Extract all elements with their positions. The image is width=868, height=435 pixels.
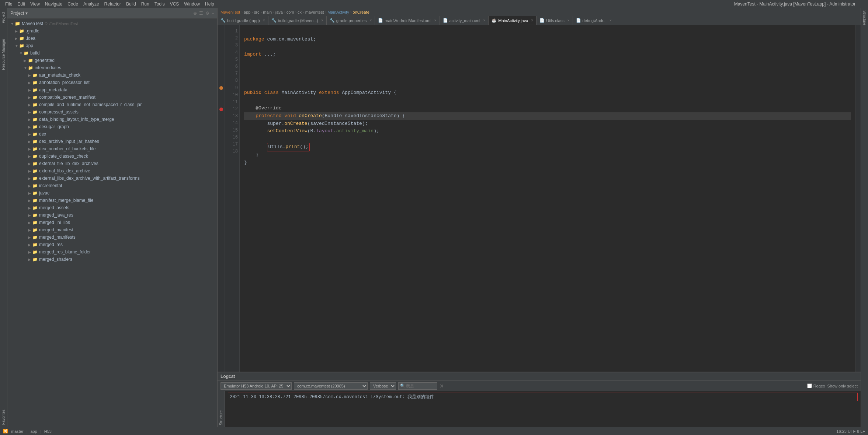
- sync-icon[interactable]: ⊕: [193, 11, 197, 16]
- logcat-search-input[interactable]: [406, 384, 435, 388]
- tree-item-merged-manifest[interactable]: ▶ 📁 merged_manifest: [7, 226, 217, 234]
- tree-item-ext-libs[interactable]: ▶ 📁 external_libs_dex_archive: [7, 167, 217, 175]
- tree-item-merged-res[interactable]: ▶ 📁 merged_res: [7, 241, 217, 248]
- breadcrumb-com[interactable]: com: [287, 10, 294, 14]
- code-content[interactable]: package com.cx.maventest; import ...; pu…: [240, 25, 855, 372]
- branch-name: master: [11, 429, 24, 434]
- git-icon: 🔀: [3, 429, 8, 434]
- tree-item-dex-number[interactable]: ▶ 📁 dex_number_of_buckets_file: [7, 145, 217, 152]
- project-panel: Project ▾ ⊕ ☰ ⚙ − ▼ 📁 MavenTest D:\Test\…: [7, 8, 218, 427]
- logcat-clear-button[interactable]: ✕: [440, 383, 444, 389]
- breadcrumb-app[interactable]: app: [244, 10, 250, 14]
- window-title: MavenTest - MainActivity.java [MavenTest…: [732, 1, 858, 7]
- settings-icon[interactable]: ⚙: [205, 11, 209, 16]
- breadcrumb-mainactivity[interactable]: MainActivity: [327, 10, 349, 14]
- menu-vcs[interactable]: VCS: [168, 1, 181, 7]
- menu-code[interactable]: Code: [65, 1, 80, 7]
- code-editor: 1 2 3 4 5 6 7 8 9 10 11 12 13 14 15 16 1: [218, 25, 861, 372]
- project-tab[interactable]: Project: [1, 10, 6, 25]
- tree-item-manifest-blame[interactable]: ▶ 📁 manifest_merge_blame_file: [7, 197, 217, 204]
- breadcrumb-cx[interactable]: cx: [298, 10, 302, 14]
- editor-gutter: [218, 25, 225, 372]
- tree-item-merged-jni[interactable]: ▶ 📁 merged_jni_libs: [7, 219, 217, 226]
- tree-item-generated[interactable]: ▶ 📁 generated: [7, 57, 217, 64]
- tree-item-dex-archive[interactable]: ▶ 📁 dex_archive_input_jar_hashes: [7, 138, 217, 145]
- tree-item-javac[interactable]: ▶ 📁 javac: [7, 189, 217, 197]
- menu-refactor[interactable]: Refactor: [102, 1, 123, 7]
- tree-item-ext-libs-transforms[interactable]: ▶ 📁 external_libs_dex_archive_with_artif…: [7, 175, 217, 182]
- tab-activity-main-xml[interactable]: 📄activity_main.xml×: [440, 16, 489, 25]
- show-only-select-container: Show only select: [827, 384, 858, 388]
- line-numbers: 1 2 3 4 5 6 7 8 9 10 11 12 13 14 15 16 1: [225, 25, 240, 372]
- tree-item-gradle[interactable]: ▶ 📁 .gradle: [7, 27, 217, 35]
- tab-bar: 🔧build.gradle (:app)× 🔧build.gradle (Mav…: [218, 16, 861, 25]
- breadcrumb-main[interactable]: main: [263, 10, 272, 14]
- structure-right-tab[interactable]: Structure: [862, 8, 867, 28]
- tree-item-app-meta[interactable]: ▶ 📁 app_metadata: [7, 86, 217, 94]
- breadcrumb-bar: MavenTest › app › src › main › java › co…: [218, 8, 861, 16]
- breadcrumb-maventest[interactable]: MavenTest: [221, 10, 240, 14]
- tab-build-gradle-app[interactable]: 🔧build.gradle (:app)×: [218, 16, 268, 25]
- menu-navigate[interactable]: Navigate: [43, 1, 65, 7]
- tree-item-merged-java[interactable]: ▶ 📁 merged_java_res: [7, 211, 217, 219]
- tree-item-annotation[interactable]: ▶ 📁 annotation_processor_list: [7, 79, 217, 86]
- tree-item-merged-res-blame[interactable]: ▶ 📁 merged_res_blame_folder: [7, 248, 217, 256]
- tree-item-compressed[interactable]: ▶ 📁 compressed_assets: [7, 108, 217, 116]
- menu-edit[interactable]: Edit: [15, 1, 27, 7]
- menu-tools[interactable]: Tools: [152, 1, 167, 7]
- tree-item-merged-shaders[interactable]: ▶ 📁 merged_shaders: [7, 256, 217, 263]
- breadcrumb-maventest2[interactable]: maventest: [305, 10, 324, 14]
- tree-root[interactable]: ▼ 📁 MavenTest D:\Test\MavenTest: [7, 20, 217, 27]
- tree-item-intermediates[interactable]: ▼ 📁 intermediates: [7, 64, 217, 71]
- tree-item-merged-assets[interactable]: ▶ 📁 merged_assets: [7, 204, 217, 211]
- logcat-package-select[interactable]: com.cx.maventest (20985): [294, 382, 368, 390]
- menu-help[interactable]: Help: [203, 1, 216, 7]
- minimize-icon[interactable]: −: [212, 11, 214, 16]
- search-icon: 🔍: [400, 383, 405, 388]
- menu-window[interactable]: Window: [182, 1, 202, 7]
- right-sidebar: Structure: [861, 8, 868, 427]
- favorites-tab[interactable]: Favorites: [1, 407, 6, 427]
- regex-checkbox[interactable]: [807, 383, 812, 388]
- breadcrumb-src[interactable]: src: [254, 10, 260, 14]
- tree-item-ext-file[interactable]: ▶ 📁 external_file_lib_dex_archives: [7, 160, 217, 167]
- menu-build[interactable]: Build: [124, 1, 138, 7]
- tab-gradle-properties[interactable]: 🔧gradle.properties×: [327, 16, 375, 25]
- logcat-toolbar: Emulator H53 Android 10, API 25 com.cx.m…: [218, 381, 861, 391]
- tree-item-desugar[interactable]: ▶ 📁 desugar_graph: [7, 123, 217, 130]
- tab-utils-class[interactable]: 📄Utils.class×: [537, 16, 573, 25]
- logcat-title: Logcat: [221, 374, 235, 379]
- logcat-title-bar: Logcat: [218, 372, 861, 381]
- structure-tab[interactable]: Structure: [218, 409, 224, 427]
- resource-manager-tab[interactable]: Resource Manager: [1, 36, 6, 72]
- tree-item-incremental[interactable]: ▶ 📁 incremental: [7, 182, 217, 189]
- tree-item-idea[interactable]: ▶ 📁 .idea: [7, 35, 217, 42]
- menu-run[interactable]: Run: [139, 1, 152, 7]
- logcat-device-select[interactable]: Emulator H53 Android 10, API 25: [221, 382, 292, 390]
- menu-file[interactable]: File: [3, 1, 14, 7]
- run-config-app: app: [30, 429, 37, 434]
- tree-item-merged-manifests[interactable]: ▶ 📁 merged_manifests: [7, 234, 217, 241]
- tree-item-compat-screen[interactable]: ▶ 📁 compatible_screen_manifest: [7, 94, 217, 101]
- breadcrumb-oncreate[interactable]: onCreate: [353, 10, 369, 14]
- tab-debug-andr[interactable]: 📄debug\Andr...×: [573, 16, 615, 25]
- breadcrumb-java[interactable]: java: [275, 10, 283, 14]
- tab-build-gradle-maven[interactable]: 🔧build.gradle (Maven...)×: [268, 16, 327, 25]
- tree-item-compile-runtime[interactable]: ▶ 📁 compile_and_runtime_not_namespaced_r…: [7, 101, 217, 108]
- gear-icon[interactable]: ☰: [199, 11, 203, 16]
- project-panel-title: Project ▾: [10, 11, 28, 16]
- tab-android-manifest[interactable]: 📄main\AndroidManifest.xml×: [375, 16, 440, 25]
- tree-item-duplicate[interactable]: ▶ 📁 duplicate_classes_check: [7, 152, 217, 160]
- tree-item-build[interactable]: ▼ 📁 build: [7, 49, 217, 57]
- editor-scrollbar[interactable]: [855, 25, 861, 372]
- tree-item-app[interactable]: ▼ 📁 app: [7, 42, 217, 49]
- status-separator: |: [27, 429, 28, 434]
- menu-view[interactable]: View: [28, 1, 42, 7]
- tree-item-databinding[interactable]: ▶ 📁 data_binding_layout_info_type_merge: [7, 116, 217, 123]
- tab-mainactivity-java[interactable]: ☕MainActivity.java×: [489, 16, 537, 25]
- logcat-level-select[interactable]: Verbose Debug Info Warn Error: [370, 382, 396, 390]
- tree-item-dex[interactable]: ▶ 📁 dex: [7, 130, 217, 138]
- menu-analyze[interactable]: Analyze: [81, 1, 101, 7]
- tree-item-aar[interactable]: ▶ 📁 aar_metadata_check: [7, 71, 217, 79]
- regex-container: Regex: [807, 383, 825, 388]
